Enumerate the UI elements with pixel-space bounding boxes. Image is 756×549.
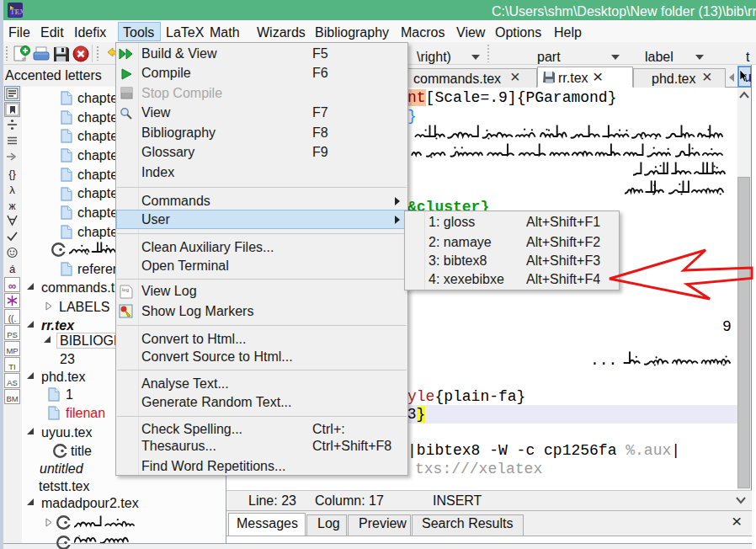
svg-text:TEX: TEX xyxy=(10,8,23,16)
svg-text:log: log xyxy=(122,287,129,292)
